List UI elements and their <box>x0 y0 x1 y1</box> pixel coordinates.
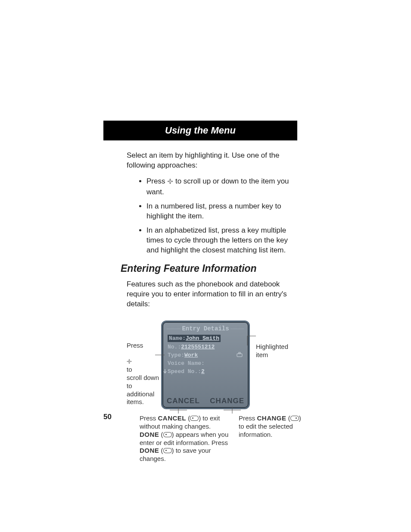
bullet-list: Press to scroll up or down to the item y… <box>146 177 297 255</box>
phone-screen: Entry Details Name:John Smith No.:212555… <box>161 320 250 409</box>
svg-rect-3 <box>239 352 240 354</box>
field-name: Name:John Smith <box>168 335 243 342</box>
t: ( <box>286 414 290 422</box>
svg-point-0 <box>169 180 171 182</box>
speed-label: Speed No.: <box>168 368 201 375</box>
t: CHANGE <box>257 414 286 422</box>
intro-paragraph: Select an item by highlighting it. Use o… <box>127 151 297 171</box>
softkey-left: CANCEL <box>167 397 200 405</box>
bullet-2: In a numbered list, press a number key t… <box>146 202 297 221</box>
left-softkey-icon <box>190 416 199 421</box>
t: ( <box>186 414 190 422</box>
section-heading: Entering Feature Information <box>121 263 297 274</box>
work-icon <box>237 352 243 359</box>
svg-rect-2 <box>237 354 242 357</box>
callout-left: Press toscroll downto additionalitems. <box>127 333 160 406</box>
field-no: No.:2125551212 <box>168 344 243 350</box>
t: DONE <box>140 447 159 454</box>
nav-key-icon <box>167 177 173 187</box>
speed-value: 2 <box>201 368 205 375</box>
t: Press <box>140 414 158 422</box>
name-value: John Smith <box>186 335 219 342</box>
callout-right: Highlighted item <box>256 343 299 359</box>
page-number: 50 <box>103 413 112 421</box>
nav-key-icon <box>127 350 132 366</box>
no-value: 2125551212 <box>181 344 215 350</box>
field-list: Name:John Smith No.:2125551212 Type:Work… <box>168 335 243 375</box>
t: Press <box>239 414 257 422</box>
type-label: Type: <box>168 352 184 358</box>
diagram: Press toscroll downto additionalitems. E… <box>127 320 297 450</box>
field-type: Type:Work <box>168 352 243 358</box>
t: ( <box>159 447 163 454</box>
svg-point-1 <box>128 361 130 362</box>
right-softkey-icon <box>290 416 299 421</box>
left-softkey-icon <box>163 432 172 437</box>
down-arrow-icon <box>163 369 167 373</box>
chapter-header: Using the Menu <box>103 121 297 140</box>
bullet-3: In an alphabetized list, press a key mul… <box>146 226 297 255</box>
t: DONE <box>140 431 159 438</box>
type-value: Work <box>184 352 198 358</box>
no-label: No.: <box>168 344 181 350</box>
screen-title: Entry Details <box>162 325 249 332</box>
page-content: Using the Menu Select an item by highlig… <box>103 121 297 450</box>
field-voice: Voice Name: <box>168 360 243 367</box>
bullet-1: Press to scroll up or down to the item y… <box>146 177 297 197</box>
features-intro: Features such as the phonebook and dateb… <box>127 280 297 309</box>
voice-label: Voice Name: <box>168 360 205 367</box>
name-label: Name: <box>169 335 186 342</box>
callout-bottom-right: Press CHANGE () to edit the selected inf… <box>239 414 303 439</box>
softkey-right: CHANGE <box>210 397 244 405</box>
callout-bottom-left: Press CANCEL () to exit without making c… <box>140 414 230 463</box>
t: CANCEL <box>158 414 187 422</box>
left-softkey-icon <box>163 448 172 453</box>
softkey-row: CANCEL CHANGE <box>167 397 244 405</box>
field-speed: Speed No.:2 <box>168 368 243 375</box>
t: ( <box>159 431 163 438</box>
